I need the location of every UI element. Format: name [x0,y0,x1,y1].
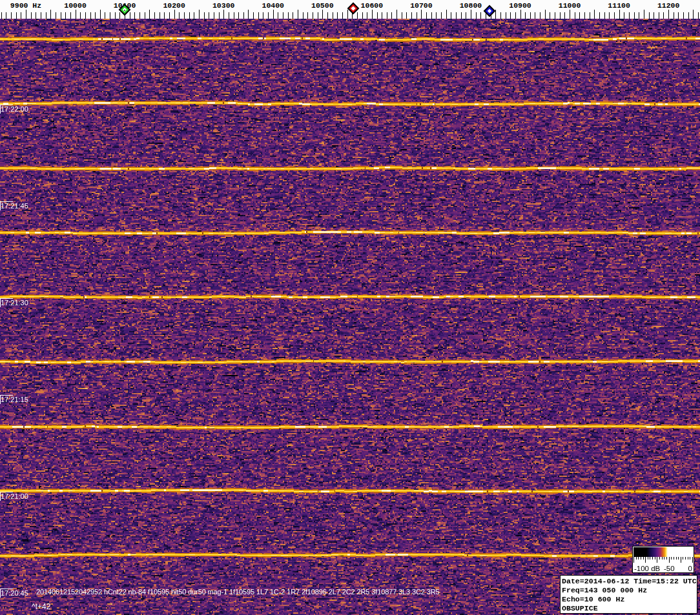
svg-text:10300: 10300 [212,1,235,10]
svg-text:11200: 11200 [657,1,680,10]
svg-text:11000: 11000 [559,1,581,10]
svg-text:10400: 10400 [262,1,284,10]
svg-text:9900 Hz: 9900 Hz [10,1,41,10]
svg-text:10900: 10900 [509,1,531,10]
svg-text:10500: 10500 [311,1,334,10]
svg-text:10200: 10200 [163,1,185,10]
svg-text:10000: 10000 [64,1,87,10]
svg-text:11100: 11100 [608,1,630,10]
svg-text:10800: 10800 [460,1,482,10]
svg-text:10700: 10700 [410,1,433,10]
svg-text:10600: 10600 [361,1,384,10]
